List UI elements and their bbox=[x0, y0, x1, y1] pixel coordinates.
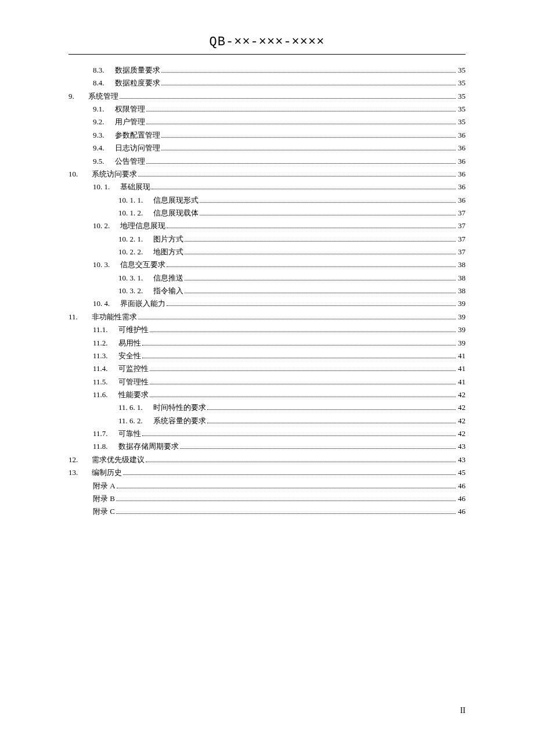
toc-leader-dots bbox=[116, 508, 456, 514]
document-page: QB-××-×××-×××× 8.3.数据质量要求358.4.数据粒度要求359… bbox=[0, 0, 534, 519]
toc-entry-number: 13. bbox=[68, 466, 78, 479]
toc-entry: 10.系统访问要求36 bbox=[68, 168, 466, 181]
toc-leader-dots bbox=[150, 326, 456, 332]
toc-entry: 8.4.数据粒度要求35 bbox=[68, 77, 466, 89]
toc-entry-number: 11.1. bbox=[93, 323, 108, 336]
toc-entry-number: 11.4. bbox=[93, 362, 108, 375]
toc-entry-number: 10. 3. bbox=[93, 258, 110, 271]
toc-leader-dots bbox=[207, 417, 456, 423]
toc-entry-title: 数据质量要求 bbox=[115, 64, 160, 77]
toc-entry-page: 46 bbox=[457, 480, 466, 492]
toc-entry: 10. 3. 1.信息推送38 bbox=[68, 272, 466, 285]
toc-entry-title: 安全性 bbox=[118, 350, 141, 362]
toc-entry: 11.4.可监控性41 bbox=[68, 362, 466, 375]
toc-entry-number: 10. bbox=[68, 168, 78, 181]
toc-entry-title: 系统管理 bbox=[88, 90, 118, 103]
toc-leader-dots bbox=[161, 145, 456, 150]
toc-entry-title: 信息展现形式 bbox=[153, 194, 199, 207]
toc-entry-number: 12. bbox=[68, 453, 78, 466]
toc-entry-page: 38 bbox=[457, 272, 466, 285]
toc-entry: 11.5.可管理性41 bbox=[68, 376, 466, 388]
toc-leader-dots bbox=[167, 261, 456, 267]
toc-entry-title: 权限管理 bbox=[115, 103, 145, 116]
toc-leader-dots bbox=[185, 249, 456, 254]
toc-leader-dots bbox=[185, 236, 456, 242]
toc-leader-dots bbox=[116, 495, 456, 501]
toc-entry-title: 易用性 bbox=[118, 337, 141, 350]
toc-entry-title: 性能要求 bbox=[118, 388, 149, 401]
toc-entry-title: 信息交互要求 bbox=[120, 258, 165, 271]
toc-entry-number: 8.4. bbox=[93, 77, 104, 89]
toc-entry-title: 附录 A bbox=[93, 480, 116, 492]
toc-entry: 11.2.易用性39 bbox=[68, 337, 466, 350]
toc-leader-dots bbox=[150, 379, 456, 384]
toc-entry-number: 11.6. bbox=[93, 388, 108, 401]
toc-entry: 10. 3.信息交互要求38 bbox=[68, 258, 466, 271]
toc-entry-page: 43 bbox=[457, 440, 466, 453]
toc-entry-page: 37 bbox=[457, 219, 466, 232]
toc-leader-dots bbox=[167, 222, 456, 228]
toc-leader-dots bbox=[138, 314, 456, 319]
toc-entry: 10. 1. 1.信息展现形式36 bbox=[68, 194, 466, 207]
toc-entry-number: 11.7. bbox=[93, 427, 108, 440]
toc-entry-page: 46 bbox=[457, 492, 466, 505]
toc-entry: 10. 2.地理信息展现37 bbox=[68, 219, 466, 232]
toc-entry-title: 时间特性的要求 bbox=[153, 401, 206, 414]
toc-entry-title: 需求优先级建议 bbox=[92, 453, 145, 466]
toc-entry: 11.8.数据存储周期要求43 bbox=[68, 440, 466, 453]
toc-leader-dots bbox=[123, 469, 456, 475]
toc-entry-page: 37 bbox=[457, 207, 466, 219]
toc-entry-page: 42 bbox=[457, 401, 466, 414]
toc-entry-title: 图片方式 bbox=[153, 233, 183, 246]
toc-entry-page: 41 bbox=[457, 362, 466, 375]
toc-entry: 9.5.公告管理36 bbox=[68, 155, 466, 168]
toc-entry-number: 11. bbox=[68, 311, 78, 323]
toc-entry-page: 35 bbox=[457, 64, 466, 77]
toc-leader-dots bbox=[150, 391, 456, 397]
toc-entry-page: 45 bbox=[457, 466, 466, 479]
toc-entry-page: 38 bbox=[457, 285, 466, 297]
toc-leader-dots bbox=[185, 287, 456, 293]
toc-entry-number: 11.3. bbox=[93, 350, 108, 362]
toc-leader-dots bbox=[167, 300, 456, 306]
toc-entry-title: 数据粒度要求 bbox=[115, 77, 160, 89]
toc-entry-page: 36 bbox=[457, 155, 466, 168]
toc-entry-number: 11.2. bbox=[93, 337, 108, 350]
toc-entry-title: 信息展现载体 bbox=[153, 207, 199, 219]
toc-entry: 10. 3. 2.指令输入38 bbox=[68, 285, 466, 297]
toc-entry-title: 附录 B bbox=[93, 492, 115, 505]
toc-leader-dots bbox=[185, 275, 456, 280]
toc-entry-page: 35 bbox=[457, 116, 466, 128]
toc-entry: 9.4.日志访问管理36 bbox=[68, 142, 466, 154]
toc-entry-number: 10. 1. bbox=[93, 181, 110, 193]
toc-entry: 9.系统管理35 bbox=[68, 90, 466, 103]
toc-entry-number: 11.5. bbox=[93, 376, 108, 388]
toc-entry-page: 39 bbox=[457, 323, 466, 336]
toc-entry: 11. 6. 2.系统容量的要求42 bbox=[68, 415, 466, 427]
toc-entry-page: 39 bbox=[457, 297, 466, 310]
toc-entry-number: 10. 3. 1. bbox=[118, 272, 143, 285]
toc-leader-dots bbox=[161, 80, 456, 85]
toc-entry-title: 日志访问管理 bbox=[115, 142, 160, 154]
toc-leader-dots bbox=[146, 456, 456, 462]
toc-entry: 11. 6. 1.时间特性的要求42 bbox=[68, 401, 466, 414]
toc-leader-dots bbox=[200, 197, 456, 203]
toc-entry: 10. 2. 1.图片方式37 bbox=[68, 233, 466, 246]
toc-entry: 9.1.权限管理35 bbox=[68, 103, 466, 116]
toc-entry: 附录 B46 bbox=[68, 492, 466, 505]
toc-entry-page: 35 bbox=[457, 103, 466, 116]
toc-entry-page: 41 bbox=[457, 350, 466, 362]
toc-leader-dots bbox=[161, 132, 456, 138]
toc-entry-number: 9.2. bbox=[93, 116, 104, 128]
toc-leader-dots bbox=[142, 339, 456, 345]
toc-entry-page: 36 bbox=[457, 181, 466, 193]
toc-entry-page: 42 bbox=[457, 415, 466, 427]
toc-entry: 11.1.可维护性39 bbox=[68, 323, 466, 336]
toc-leader-dots bbox=[151, 183, 456, 189]
toc-entry-page: 43 bbox=[457, 453, 466, 466]
toc-entry: 10. 1.基础展现36 bbox=[68, 181, 466, 193]
toc-leader-dots bbox=[150, 365, 456, 371]
toc-entry-page: 35 bbox=[457, 77, 466, 89]
toc-leader-dots bbox=[142, 430, 456, 436]
page-number: II bbox=[460, 706, 466, 715]
